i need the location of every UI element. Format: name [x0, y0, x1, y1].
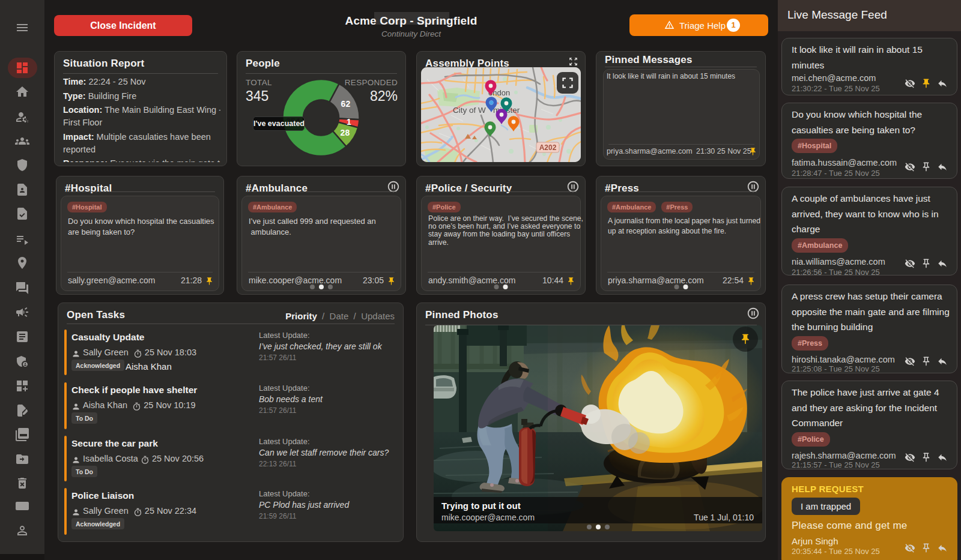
svg-text:1: 1	[347, 117, 351, 127]
svg-text:A202: A202	[539, 143, 557, 152]
svg-text:28: 28	[341, 128, 350, 137]
svg-text:62: 62	[341, 99, 351, 109]
svg-text:City of W: City of W	[453, 106, 486, 115]
